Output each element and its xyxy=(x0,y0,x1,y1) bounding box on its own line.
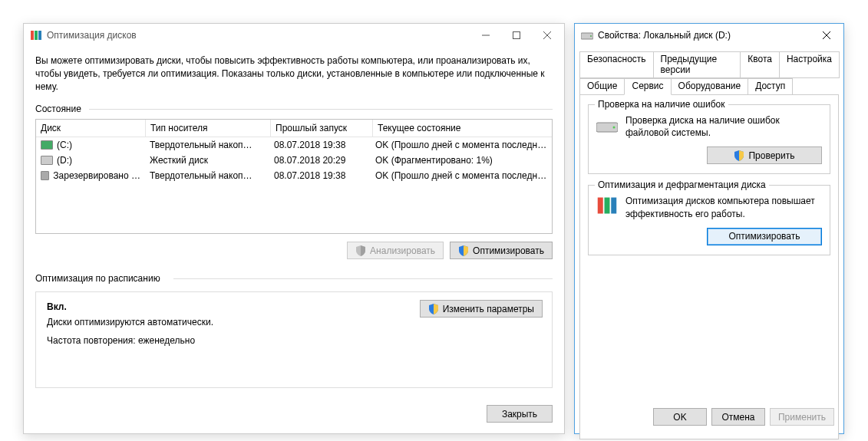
drive-icon xyxy=(41,156,53,165)
schedule-box: Вкл. Диски оптимизируются автоматически.… xyxy=(35,291,553,388)
dialog-buttons: OK Отмена Применить xyxy=(653,408,834,426)
tab-customize[interactable]: Настройка xyxy=(779,51,840,78)
table-row[interactable]: (D:) Жесткий диск 08.07.2018 20:29 OK (Ф… xyxy=(36,153,552,168)
group-text: Проверка диска на наличие ошибок файлово… xyxy=(625,114,822,139)
optimize-button[interactable]: Оптимизировать xyxy=(450,242,553,259)
group-text: Оптимизация дисков компьютера повышает э… xyxy=(625,195,822,219)
disk-media: Твердотельный накоп… xyxy=(145,169,269,183)
svg-rect-2 xyxy=(38,31,41,40)
disk-last-run: 08.07.2018 19:38 xyxy=(269,138,371,152)
analyze-button[interactable]: Анализировать xyxy=(347,242,444,259)
disk-table: Диск Тип носителя Прошлый запуск Текущее… xyxy=(35,119,553,234)
tab-hardware[interactable]: Оборудование xyxy=(671,78,749,95)
tab-sharing[interactable]: Доступ xyxy=(748,78,793,95)
schedule-status: Вкл. xyxy=(47,301,213,312)
table-row[interactable]: (C:) Твердотельный накоп… 08.07.2018 19:… xyxy=(36,137,552,153)
window-title: Оптимизация дисков xyxy=(47,30,137,41)
titlebar[interactable]: Оптимизация дисков xyxy=(24,24,564,47)
disk-name: (D:) xyxy=(57,155,72,166)
tab-tools[interactable]: Сервис xyxy=(624,78,671,95)
tabs-row-top: Безопасность Предыдущие версии Квота Нас… xyxy=(575,47,843,78)
optimize-button[interactable]: Оптимизировать xyxy=(707,228,822,245)
drive-icon xyxy=(41,171,49,180)
disk-media: Твердотельный накоп… xyxy=(145,138,269,152)
apply-button[interactable]: Применить xyxy=(770,408,834,426)
col-current-state[interactable]: Текущее состояние xyxy=(373,120,552,137)
close-dialog-button[interactable]: Закрыть xyxy=(487,405,553,423)
titlebar[interactable]: Свойства: Локальный диск (D:) xyxy=(575,24,843,47)
minimize-button[interactable] xyxy=(470,25,501,46)
drive-icon xyxy=(581,29,593,41)
disk-state: OK (Прошло дней с момента последне… xyxy=(371,138,552,152)
ok-button[interactable]: OK xyxy=(653,408,707,426)
optimize-drives-window: Оптимизация дисков Вы можете оптимизиров… xyxy=(23,23,565,434)
cancel-button[interactable]: Отмена xyxy=(711,408,765,426)
shield-icon xyxy=(458,245,469,256)
description-text: Вы можете оптимизировать диски, чтобы по… xyxy=(35,54,553,93)
shield-icon xyxy=(734,150,744,161)
table-row[interactable]: Зарезервировано … Твердотельный накоп… 0… xyxy=(36,168,552,183)
table-header: Диск Тип носителя Прошлый запуск Текущее… xyxy=(36,120,552,137)
state-section-label: Состояние xyxy=(35,104,553,114)
shield-icon xyxy=(428,304,439,314)
disk-state: OK (Фрагментировано: 1%) xyxy=(371,153,552,167)
tab-general[interactable]: Общие xyxy=(579,78,625,95)
maximize-button[interactable] xyxy=(501,25,532,46)
defrag-icon xyxy=(596,195,618,216)
svg-rect-1 xyxy=(35,31,38,40)
disk-state: OK (Прошло дней с момента последне… xyxy=(371,169,552,183)
tab-quota[interactable]: Квота xyxy=(740,51,780,78)
svg-point-8 xyxy=(590,35,592,37)
disk-properties-window: Свойства: Локальный диск (D:) Безопаснос… xyxy=(574,23,844,434)
check-button[interactable]: Проверить xyxy=(707,146,822,164)
disk-media: Жесткий диск xyxy=(145,153,269,167)
col-media[interactable]: Тип носителя xyxy=(146,120,271,137)
schedule-frequency: Частота повторения: еженедельно xyxy=(47,335,213,346)
tab-security[interactable]: Безопасность xyxy=(579,51,654,78)
col-disk[interactable]: Диск xyxy=(36,120,146,137)
disk-last-run: 08.07.2018 19:38 xyxy=(269,169,371,183)
defrag-group: Оптимизация и дефрагментация диска Оптим… xyxy=(588,185,830,255)
tab-previous-versions[interactable]: Предыдущие версии xyxy=(653,51,741,78)
close-button[interactable] xyxy=(532,25,563,46)
error-checking-group: Проверка на наличие ошибок Проверка диск… xyxy=(588,104,830,174)
svg-rect-15 xyxy=(611,198,616,214)
drive-check-icon xyxy=(596,114,618,136)
disk-name: (C:) xyxy=(57,140,72,150)
tab-content: Проверка на наличие ошибок Проверка диск… xyxy=(579,94,839,439)
svg-rect-0 xyxy=(31,31,34,40)
schedule-auto-text: Диски оптимизируются автоматически. xyxy=(47,317,213,327)
window-title: Свойства: Локальный диск (D:) xyxy=(598,30,731,41)
tabs-row-bottom: Общие Сервис Оборудование Доступ xyxy=(575,78,843,95)
disk-last-run: 08.07.2018 20:29 xyxy=(269,153,371,167)
svg-rect-13 xyxy=(598,198,603,214)
change-settings-button[interactable]: Изменить параметры xyxy=(420,300,543,318)
svg-point-12 xyxy=(613,127,616,129)
close-button[interactable] xyxy=(811,25,842,46)
optimize-drives-icon xyxy=(30,29,42,41)
drive-icon xyxy=(41,140,53,150)
group-legend: Проверка на наличие ошибок xyxy=(595,99,728,110)
disk-name: Зарезервировано … xyxy=(53,170,140,181)
schedule-section-label: Оптимизация по расписанию xyxy=(35,273,553,284)
col-last-run[interactable]: Прошлый запуск xyxy=(271,120,373,137)
shield-icon xyxy=(355,245,366,256)
svg-rect-14 xyxy=(605,198,610,214)
group-legend: Оптимизация и дефрагментация диска xyxy=(595,179,769,190)
svg-rect-4 xyxy=(513,32,520,39)
